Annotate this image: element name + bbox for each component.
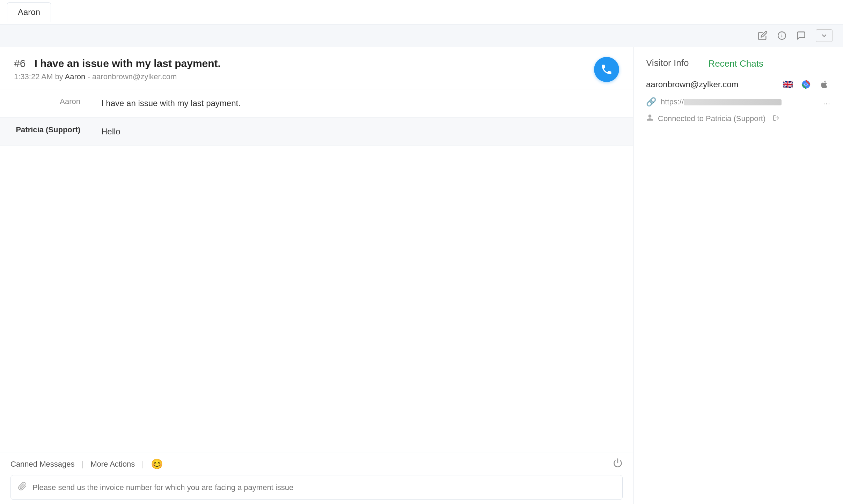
info-icon[interactable] <box>777 31 786 40</box>
sidebar: Visitor Info Recent Chats aaronbrown@zyl… <box>633 47 843 504</box>
call-button[interactable] <box>594 57 619 82</box>
transfer-icon[interactable] <box>772 114 779 123</box>
chat-input[interactable] <box>32 483 615 492</box>
power-icon[interactable] <box>613 458 623 470</box>
tab-bar: Aaron <box>0 0 843 24</box>
sidebar-tabs: Visitor Info Recent Chats <box>646 58 830 70</box>
flag-icon: 🇬🇧 <box>782 80 794 89</box>
visitor-email-row: aaronbrown@zylker.com 🇬🇧 <box>646 80 830 89</box>
edit-icon[interactable] <box>758 31 768 40</box>
table-row: Patricia (Support) Hello <box>0 118 633 146</box>
aaron-tab[interactable]: Aaron <box>7 2 51 22</box>
bottom-actions: Canned Messages | More Actions | 😊 <box>10 458 623 470</box>
dropdown-button[interactable] <box>816 29 833 42</box>
url-dots: … <box>823 97 830 106</box>
message-text: I have an issue with my last payment. <box>91 89 633 117</box>
more-actions-button[interactable]: More Actions <box>90 458 135 470</box>
recent-chats-tab[interactable]: Recent Chats <box>708 58 763 69</box>
attach-icon[interactable] <box>18 482 27 493</box>
chat-header-info: #6 I have an issue with my last payment.… <box>14 58 221 81</box>
message-text-support: Hello <box>91 118 633 146</box>
visitor-url-row: 🔗 https:// … <box>646 97 830 107</box>
canned-messages-button[interactable]: Canned Messages <box>10 458 74 470</box>
bottom-bar: Canned Messages | More Actions | 😊 <box>0 452 633 504</box>
main-area: #6 I have an issue with my last payment.… <box>0 47 843 504</box>
visitor-agent-row: Connected to Patricia (Support) <box>646 114 830 124</box>
chat-header: #6 I have an issue with my last payment.… <box>0 47 633 89</box>
chat-title: #6 I have an issue with my last payment. <box>14 58 221 69</box>
separator-1: | <box>81 460 83 469</box>
visitor-email: aaronbrown@zylker.com <box>646 80 776 89</box>
browser-icon <box>800 80 812 89</box>
visitor-agent-label: Connected to Patricia (Support) <box>658 114 765 123</box>
message-sender: Aaron <box>0 89 91 117</box>
tab-label: Aaron <box>18 7 40 17</box>
chat-email: aaronbrown@zylker.com <box>92 72 177 81</box>
chat-sep: - <box>87 72 92 81</box>
chat-panel: #6 I have an issue with my last payment.… <box>0 47 633 504</box>
message-sender-support: Patricia (Support) <box>0 118 91 146</box>
agent-icon <box>646 114 654 124</box>
chat-author: Aaron <box>65 72 86 81</box>
chat-title-text: I have an issue with my last payment. <box>34 58 221 69</box>
os-icon <box>818 80 830 89</box>
chat-number: #6 <box>14 58 25 69</box>
chat-by: by <box>55 72 65 81</box>
chat-meta: 1:33:22 AM by Aaron - aaronbrown@zylker.… <box>14 72 221 81</box>
chat-transfer-icon[interactable] <box>796 31 806 40</box>
visitor-info-tab[interactable]: Visitor Info <box>646 58 689 70</box>
table-row: Aaron I have an issue with my last payme… <box>0 89 633 118</box>
messages-area: Aaron I have an issue with my last payme… <box>0 89 633 452</box>
svg-point-6 <box>805 83 807 86</box>
input-area <box>10 475 623 500</box>
chat-time: 1:33:22 AM <box>14 72 53 81</box>
toolbar <box>0 24 843 47</box>
emoji-icon[interactable]: 😊 <box>151 458 163 470</box>
separator-2: | <box>142 460 144 469</box>
link-icon: 🔗 <box>646 97 657 107</box>
visitor-url: https:// <box>661 97 819 106</box>
